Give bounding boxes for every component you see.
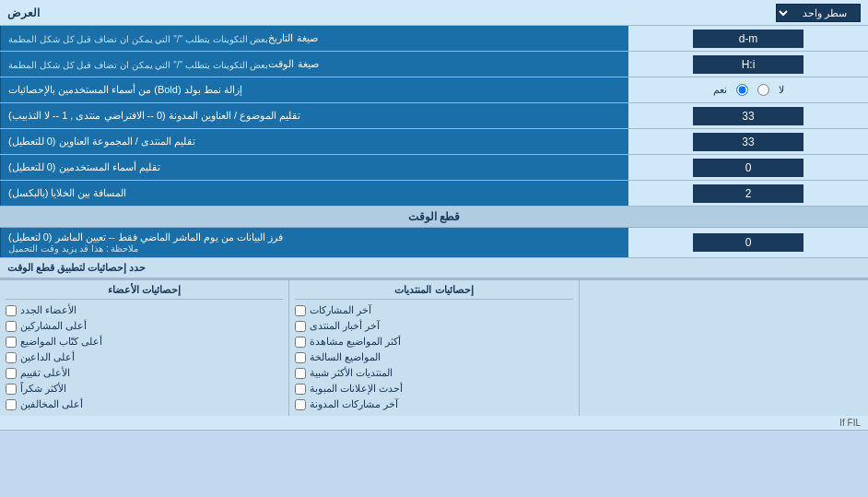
time-format-row: صيغة الوقت بعض التكوينات يتطلب "/" التي … [0,52,868,77]
date-format-label: صيغة التاريخ بعض التكوينات يتطلب "/" الت… [0,26,628,51]
checkbox-old-topics: المواضيع السالخة [295,349,572,365]
checkbox-top-callers-input[interactable] [6,352,17,363]
users-names-input-container [628,155,868,180]
bold-remove-label: إزالة نمط بولد (Bold) من أسماء المستخدمي… [0,77,628,102]
bottom-note: If FIL [0,416,868,431]
display-dropdown[interactable]: سطر واحدسطرانثلاثة أسطر [776,4,861,22]
forum-group-input-container [628,129,868,154]
users-names-row: تقليم أسماء المستخدمين (0 للتعطيل) [0,155,868,181]
users-names-input[interactable] [693,159,803,177]
display-label: العرض [7,6,40,19]
checkbox-col-empty [579,280,868,416]
forum-group-label: تقليم المنتدى / المجموعة العناوين (0 للت… [0,129,628,154]
checkboxes-grid: إحصائيات المنتديات آخر المشاركات آخر أخب… [0,280,868,416]
bold-remove-row: لا نعم إزالة نمط بولد (Bold) من أسماء ال… [0,77,868,103]
checkbox-last-forum-news: آخر أخبار المنتدى [295,318,572,334]
forum-stats-header: إحصائيات المنتديات [295,284,572,300]
checkboxes-section: إحصائيات المنتديات آخر المشاركات آخر أخب… [0,278,868,416]
cell-distance-row: المسافة بين الخلايا (بالبكسل) [0,181,868,207]
checkbox-most-viewed-input[interactable] [295,337,306,348]
dropdown-container[interactable]: سطر واحدسطرانثلاثة أسطر [776,4,861,22]
date-format-input[interactable] [693,30,803,48]
cell-distance-input[interactable] [693,184,803,203]
checkbox-top-authors-input[interactable] [6,337,17,348]
checkbox-last-shares: آخر المشاركات [295,302,572,318]
cell-distance-label: المسافة بين الخلايا (بالبكسل) [0,181,628,206]
checkbox-last-noted-input[interactable] [295,399,306,410]
checkbox-top-raters: الأعلى تقييم [6,365,283,381]
checkbox-last-forum-news-input[interactable] [295,321,306,332]
top-row: سطر واحدسطرانثلاثة أسطر العرض [0,0,868,26]
checkbox-new-members: الأعضاء الجدد [6,302,283,318]
time-format-label: صيغة الوقت بعض التكوينات يتطلب "/" التي … [0,52,628,77]
users-names-label: تقليم أسماء المستخدمين (0 للتعطيل) [0,155,628,180]
cutoff-section-header: قطع الوقت [0,207,868,228]
member-stats-header: إحصائيات الأعضاء [6,284,283,300]
bold-remove-no-radio[interactable] [757,84,769,96]
checkbox-top-visitors: أعلى المخالفين [6,396,283,412]
checkbox-top-posters-input[interactable] [6,321,17,332]
cutoff-filter-input[interactable] [693,233,803,252]
checkbox-col-forums: إحصائيات المنتديات آخر المشاركات آخر أخب… [288,280,578,416]
checkbox-top-visitors-input[interactable] [6,399,17,410]
forum-group-row: تقليم المنتدى / المجموعة العناوين (0 للت… [0,129,868,155]
forum-topic-input-container [628,103,868,128]
checkbox-most-thanked: الأكثر شكراً [6,381,283,396]
cell-distance-input-container [628,181,868,206]
checkbox-top-raters-input[interactable] [6,368,17,379]
checkbox-most-similar: المنتديات الأكثر شبية [295,365,572,381]
date-format-row: صيغة التاريخ بعض التكوينات يتطلب "/" الت… [0,26,868,52]
checkbox-top-posters: أعلى المشاركين [6,318,283,334]
limit-label: حدد إحصائيات لتطبيق قطع الوقت [7,262,146,274]
radio-no-label: لا [779,84,784,96]
forum-group-input[interactable] [693,133,803,151]
checkbox-top-authors: أعلى كتّاب المواضيع [6,334,283,349]
checkbox-top-callers: أعلى الداعين [6,349,283,365]
time-format-input[interactable] [693,55,803,74]
cutoff-filter-row: فرز البيانات من يوم الماشر الماضي فقط --… [0,228,868,258]
checkbox-last-shares-input[interactable] [295,305,306,316]
bold-remove-yes-radio[interactable] [736,84,748,96]
checkbox-new-members-input[interactable] [6,305,17,316]
limit-label-row: حدد إحصائيات لتطبيق قطع الوقت [0,258,868,278]
forum-topic-label: تقليم الموضوع / العناوين المدونة (0 -- ا… [0,103,628,128]
checkbox-most-viewed: أكثر المواضيع مشاهدة [295,334,572,349]
bold-remove-radio-container: لا نعم [628,77,868,102]
radio-yes-label: نعم [713,84,727,96]
forum-topic-input[interactable] [693,107,803,125]
cutoff-filter-label: فرز البيانات من يوم الماشر الماضي فقط --… [0,228,628,257]
checkbox-recent-ads-input[interactable] [295,384,306,395]
checkbox-most-thanked-input[interactable] [6,384,17,395]
main-container: سطر واحدسطرانثلاثة أسطر العرض صيغة التار… [0,0,868,431]
forum-topic-row: تقليم الموضوع / العناوين المدونة (0 -- ا… [0,103,868,129]
time-format-input-container [628,52,868,77]
checkbox-last-noted: آخر مشاركات المدونة [295,396,572,412]
date-format-input-container [628,26,868,51]
checkbox-most-similar-input[interactable] [295,368,306,379]
checkbox-col-members: إحصائيات الأعضاء الأعضاء الجدد أعلى المش… [0,280,288,416]
checkbox-old-topics-input[interactable] [295,352,306,363]
cutoff-filter-input-container [628,228,868,257]
checkbox-recent-ads: أحدث الإعلانات المبوبة [295,381,572,396]
